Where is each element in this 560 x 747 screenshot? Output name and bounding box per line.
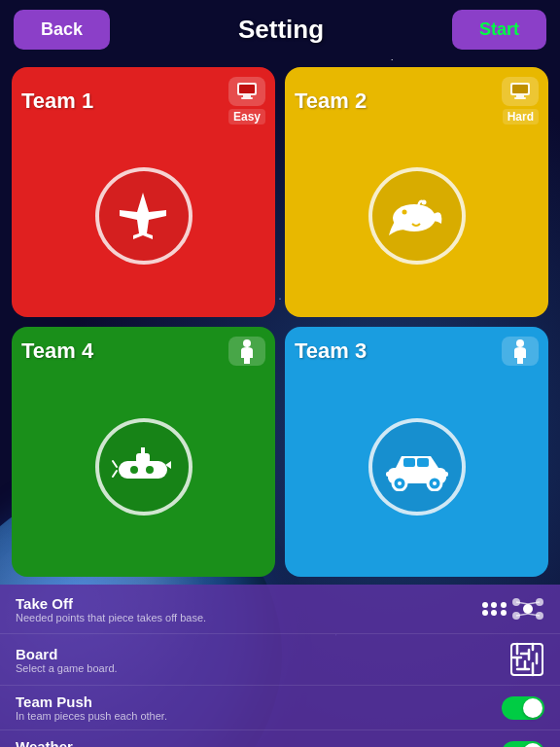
person-icon-team3	[502, 337, 539, 366]
team-push-text: Team Push In team pieces push each other…	[16, 694, 502, 722]
takeoff-control[interactable]	[482, 592, 544, 625]
svg-rect-19	[403, 458, 415, 467]
svg-point-17	[516, 339, 524, 347]
svg-point-10	[421, 200, 426, 205]
takeoff-title: Take Off	[16, 595, 482, 612]
team1-difficulty: Easy	[228, 109, 265, 124]
team4-piece-circle	[95, 418, 192, 516]
team-card-team1[interactable]: Team 1 Easy	[12, 67, 275, 317]
weather-title: Weather	[16, 738, 502, 747]
team4-icon-area	[21, 366, 265, 567]
team1-piece-circle	[95, 167, 192, 265]
team2-icon-area	[295, 124, 539, 307]
svg-rect-2	[243, 95, 251, 97]
team1-icon-btn[interactable]: Easy	[228, 77, 265, 124]
car-icon	[382, 443, 452, 491]
computer-icon-2	[502, 77, 539, 106]
weather-control[interactable]	[502, 741, 544, 748]
svg-rect-20	[417, 458, 429, 467]
team4-name: Team 4	[21, 338, 93, 364]
team3-icon-btn[interactable]	[502, 337, 539, 366]
svg-rect-12	[119, 461, 167, 479]
svg-rect-6	[516, 95, 524, 97]
submarine-icon	[109, 440, 179, 493]
team-push-toggle[interactable]	[502, 696, 544, 720]
setting-board[interactable]: Board Select a game board.	[0, 634, 560, 686]
team2-difficulty: Hard	[503, 109, 539, 124]
start-button[interactable]: Start	[452, 10, 546, 50]
team1-name: Team 1	[21, 89, 93, 114]
svg-point-11	[243, 339, 251, 347]
svg-rect-1	[239, 85, 255, 93]
maze-icon	[509, 642, 544, 677]
back-button[interactable]: Back	[14, 10, 110, 50]
svg-point-9	[402, 210, 406, 215]
setting-weather[interactable]: Weather Tornado and Rainstorm.	[0, 730, 560, 747]
dots-icon	[482, 602, 508, 616]
svg-rect-5	[512, 85, 528, 93]
board-desc: Select a game board.	[16, 662, 509, 674]
team2-name: Team 2	[295, 89, 367, 114]
svg-rect-7	[514, 97, 526, 99]
svg-rect-14	[141, 447, 145, 455]
settings-list: Take Off Needed points that piece takes …	[0, 585, 560, 747]
team2-header: Team 2 Hard	[295, 77, 539, 124]
person-icon-team4	[228, 337, 265, 366]
team3-icon-area	[295, 366, 539, 567]
computer-icon	[228, 77, 265, 106]
team1-icon-area	[21, 124, 265, 307]
board-title: Board	[16, 646, 509, 662]
team3-header: Team 3	[295, 337, 539, 366]
takeoff-text: Take Off Needed points that piece takes …	[16, 595, 482, 623]
team-card-team3[interactable]: Team 3	[285, 327, 548, 577]
svg-rect-25	[386, 472, 392, 477]
svg-point-16	[145, 465, 155, 475]
header: Back Setting Start	[0, 0, 560, 59]
board-text: Board Select a game board.	[16, 646, 509, 674]
team3-piece-circle	[368, 418, 466, 516]
airplane-icon	[112, 185, 175, 248]
team-push-title: Team Push	[16, 694, 502, 710]
board-control[interactable]	[509, 642, 544, 677]
weather-text: Weather Tornado and Rainstorm.	[16, 738, 502, 747]
team-push-desc: In team pieces push each other.	[16, 710, 502, 722]
svg-point-24	[433, 481, 437, 485]
setting-team-push[interactable]: Team Push In team pieces push each other…	[0, 686, 560, 730]
team2-piece-circle	[368, 167, 466, 265]
svg-point-27	[523, 604, 533, 614]
team4-icon-btn[interactable]	[228, 337, 265, 366]
setting-takeoff[interactable]: Take Off Needed points that piece takes …	[0, 585, 560, 634]
team4-header: Team 4	[21, 337, 265, 366]
team2-icon-btn[interactable]: Hard	[502, 77, 539, 124]
team-push-control[interactable]	[502, 696, 544, 720]
network-icon	[511, 592, 544, 625]
team-card-team4[interactable]: Team 4	[12, 327, 275, 577]
team-card-team2[interactable]: Team 2 Hard	[285, 67, 548, 317]
takeoff-desc: Needed points that piece takes off base.	[16, 612, 482, 623]
weather-toggle[interactable]	[502, 741, 544, 748]
team-grid: Team 1 Easy	[0, 59, 560, 585]
whale-icon	[383, 187, 451, 245]
svg-point-23	[398, 481, 402, 485]
svg-rect-3	[241, 97, 253, 99]
svg-rect-26	[442, 472, 448, 477]
team1-header: Team 1 Easy	[21, 77, 265, 124]
page-title: Setting	[238, 15, 324, 45]
svg-point-15	[129, 465, 139, 475]
team3-name: Team 3	[295, 338, 367, 364]
